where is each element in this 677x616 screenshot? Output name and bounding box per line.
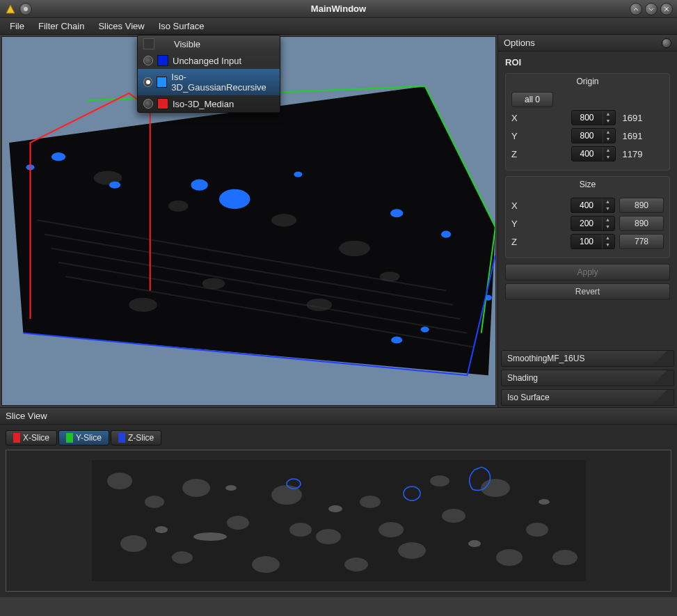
apply-button[interactable]: Apply	[505, 264, 670, 281]
origin-z-spin[interactable]: ▲▼	[571, 146, 616, 161]
origin-z-input[interactable]	[572, 149, 603, 159]
size-x-spin[interactable]: ▲▼	[571, 198, 615, 213]
size-y-max-button[interactable]: 890	[619, 216, 664, 231]
color-swatch-icon	[157, 98, 168, 109]
svg-point-43	[344, 558, 368, 571]
menu-iso-surface[interactable]: Iso Surface	[152, 19, 212, 33]
svg-point-31	[227, 516, 249, 530]
origin-y-label: Y	[511, 131, 521, 141]
svg-point-25	[421, 326, 429, 332]
section-shading[interactable]: Shading	[501, 370, 674, 386]
iso-visible-toggle[interactable]: Visible	[138, 35, 280, 52]
size-y-label: Y	[511, 219, 521, 229]
svg-point-20	[219, 189, 250, 209]
origin-x-input[interactable]	[572, 113, 603, 123]
svg-point-36	[442, 509, 465, 523]
origin-y-max: 1691	[620, 131, 664, 141]
origin-x-spin[interactable]: ▲▼	[571, 110, 616, 125]
revert-button[interactable]: Revert	[505, 283, 670, 300]
section-iso-surface[interactable]: Iso Surface	[501, 389, 674, 406]
origin-y-spin[interactable]: ▲▼	[571, 128, 616, 143]
svg-point-18	[109, 182, 120, 189]
size-x-input[interactable]	[571, 200, 602, 210]
svg-point-28	[107, 473, 132, 489]
iso-item-label: Iso-3D_GaussianRecursive	[171, 72, 274, 93]
origin-y-input[interactable]	[572, 131, 603, 141]
svg-point-52	[539, 499, 550, 505]
svg-point-14	[307, 299, 332, 311]
tab-x-slice-label: X-Slice	[23, 433, 49, 443]
x-slice-color-icon	[13, 433, 20, 443]
tab-z-slice-label: Z-Slice	[128, 433, 154, 443]
minimize-button[interactable]	[630, 3, 642, 15]
close-button[interactable]	[660, 3, 673, 15]
size-z-spin[interactable]: ▲▼	[571, 234, 615, 249]
origin-group: Origin all 0 X ▲▼ 1691 Y ▲▼ 1691	[505, 73, 670, 171]
svg-point-13	[129, 298, 157, 312]
svg-point-9	[168, 200, 188, 212]
svg-point-50	[328, 505, 342, 512]
iso-item-gaussian-recursive[interactable]: Iso-3D_GaussianRecursive	[138, 69, 280, 95]
svg-point-33	[316, 529, 341, 544]
svg-point-0	[24, 7, 28, 11]
svg-point-19	[191, 180, 207, 191]
app-icon	[4, 3, 17, 15]
tab-z-slice[interactable]: Z-Slice	[111, 430, 161, 445]
size-z-input[interactable]	[571, 237, 602, 246]
radio-icon	[143, 99, 153, 109]
svg-point-30	[182, 479, 210, 497]
slice-view-panel: Slice View X-Slice Y-Slice Z-Slice	[0, 407, 677, 597]
origin-z-label: Z	[511, 149, 521, 159]
slice-image-frame[interactable]	[6, 450, 671, 592]
size-title: Size	[506, 177, 669, 192]
iso-item-median[interactable]: Iso-3D_Median	[138, 95, 280, 112]
size-y-input[interactable]	[571, 219, 602, 228]
menu-slices-view[interactable]: Slices View	[91, 19, 151, 33]
svg-point-53	[193, 532, 227, 541]
origin-z-max: 1179	[620, 149, 664, 159]
size-z-max-button[interactable]: 778	[619, 234, 664, 249]
checkbox-icon	[143, 38, 154, 49]
origin-x-label: X	[511, 113, 521, 123]
section-smoothing[interactable]: SmoothingMF_16US	[501, 350, 674, 367]
size-z-label: Z	[511, 237, 521, 247]
size-x-max-button[interactable]: 890	[619, 198, 664, 213]
iso-item-label: Unchanged Input	[173, 56, 241, 66]
svg-point-23	[441, 231, 451, 238]
tab-y-slice[interactable]: Y-Slice	[58, 430, 109, 445]
svg-point-11	[339, 241, 370, 256]
color-swatch-icon	[157, 77, 167, 88]
tab-y-slice-label: Y-Slice	[76, 433, 102, 443]
svg-point-48	[155, 526, 168, 533]
svg-point-41	[172, 551, 193, 564]
svg-point-10	[271, 214, 296, 226]
svg-point-51	[468, 540, 481, 547]
window-titlebar: MainWindow	[0, 0, 677, 18]
options-title: Options	[504, 38, 535, 48]
window-menu-icon[interactable]	[19, 3, 32, 15]
radio-icon	[143, 56, 153, 65]
svg-point-40	[120, 535, 147, 552]
all-zero-button[interactable]: all 0	[511, 92, 553, 107]
size-x-label: X	[511, 200, 521, 211]
svg-point-29	[145, 496, 164, 508]
size-y-spin[interactable]: ▲▼	[571, 216, 615, 231]
iso-item-label: Iso-3D_Median	[173, 99, 234, 109]
maximize-button[interactable]	[645, 3, 658, 15]
menu-file[interactable]: File	[3, 19, 31, 33]
y-slice-color-icon	[66, 433, 73, 443]
svg-point-49	[225, 485, 237, 491]
size-group: Size X ▲▼ 890 Y ▲▼ 890 Z	[505, 176, 670, 258]
svg-point-35	[398, 542, 426, 559]
svg-point-39	[552, 550, 578, 565]
options-panel: Options ROI Origin all 0 X ▲▼ 1691 Y	[497, 35, 677, 407]
tab-x-slice[interactable]: X-Slice	[6, 430, 57, 445]
panel-detach-icon[interactable]	[662, 38, 671, 48]
menu-filter-chain[interactable]: Filter Chain	[31, 19, 91, 33]
svg-point-42	[252, 556, 280, 573]
iso-surface-dropdown: Visible Unchanged Input Iso-3D_GaussianR…	[137, 35, 280, 113]
svg-point-22	[390, 209, 403, 217]
slice-view-title: Slice View	[6, 411, 47, 421]
iso-item-unchanged-input[interactable]: Unchanged Input	[138, 52, 280, 69]
svg-point-38	[526, 523, 548, 537]
